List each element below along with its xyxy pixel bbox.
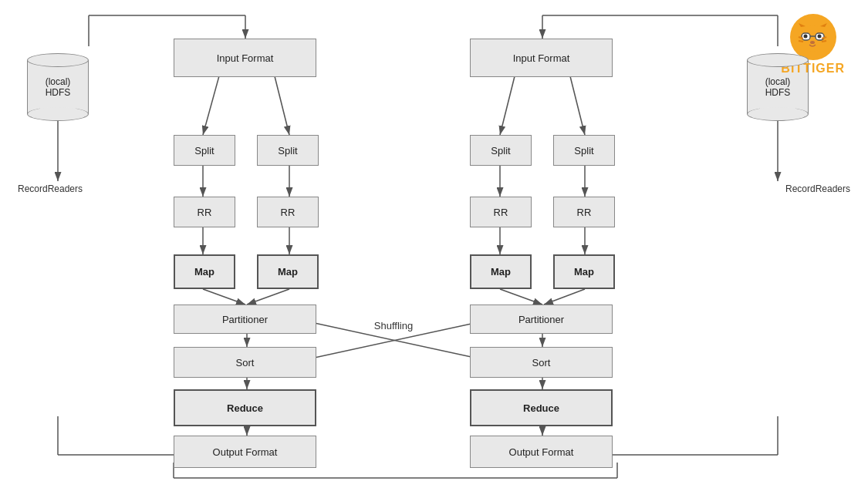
svg-line-33 (544, 289, 585, 305)
right-map1-box: Map (470, 254, 532, 289)
right-hdfs-cylinder: (local)HDFS (747, 46, 809, 128)
svg-point-51 (818, 34, 822, 38)
right-output-format-label: Output Format (509, 446, 574, 458)
left-rr2-box: RR (257, 197, 319, 227)
right-reduce-label: Reduce (523, 402, 559, 414)
right-map2-box: Map (553, 254, 615, 289)
right-map2-label: Map (574, 266, 594, 278)
left-partitioner-label: Partitioner (222, 314, 268, 325)
left-sort-box: Sort (174, 347, 316, 378)
left-map1-box: Map (174, 254, 235, 289)
left-reduce-box: Reduce (174, 389, 316, 426)
left-hdfs-label: (local)HDFS (46, 76, 71, 98)
left-map2-box: Map (257, 254, 319, 289)
svg-line-27 (569, 73, 585, 135)
tiger-svg (795, 20, 830, 55)
right-split1-box: Split (470, 135, 532, 166)
right-sort-box: Sort (470, 347, 613, 378)
right-rr2-box: RR (553, 197, 615, 227)
left-hdfs-bottom (27, 107, 89, 121)
left-split1-label: Split (194, 145, 214, 156)
shuffling-label: Shuffling (355, 320, 432, 331)
right-rr2-label: RR (577, 207, 592, 218)
svg-line-32 (500, 289, 542, 305)
left-split2-label: Split (278, 145, 297, 156)
right-output-format-box: Output Format (470, 436, 613, 468)
svg-line-56 (822, 41, 826, 42)
svg-line-15 (247, 289, 289, 305)
right-reduce-box: Reduce (470, 389, 613, 426)
left-split1-box: Split (174, 135, 235, 166)
tiger-text: TIGER (803, 62, 845, 75)
right-split2-label: Split (574, 145, 593, 156)
right-partitioner-label: Partitioner (518, 314, 564, 325)
right-split2-box: Split (553, 135, 615, 166)
left-map1-label: Map (194, 266, 214, 278)
left-sort-label: Sort (236, 357, 255, 368)
tiger-icon (790, 14, 836, 60)
left-rr1-label: RR (198, 207, 212, 218)
left-output-format-box: Output Format (174, 436, 316, 468)
right-map1-label: Map (491, 266, 511, 278)
right-hdfs-top (747, 53, 809, 67)
flow-arrows (0, 0, 868, 498)
left-map2-label: Map (278, 266, 298, 278)
record-readers-left-label: RecordReaders (15, 183, 85, 194)
diagram-container: (local)HDFS RecordReaders Input Format S… (0, 0, 868, 498)
record-readers-right-label: RecordReaders (783, 183, 853, 194)
svg-line-9 (274, 73, 289, 135)
right-hdfs-label: (local)HDFS (765, 76, 791, 98)
left-split2-box: Split (257, 135, 319, 166)
right-partitioner-box: Partitioner (470, 305, 613, 334)
svg-line-8 (203, 73, 220, 135)
right-split1-label: Split (491, 145, 510, 156)
svg-line-26 (500, 73, 515, 135)
right-input-format-label: Input Format (513, 52, 570, 64)
left-hdfs-top (27, 53, 89, 67)
left-output-format-label: Output Format (213, 446, 278, 458)
left-reduce-label: Reduce (227, 402, 263, 414)
right-hdfs-bottom (747, 107, 809, 121)
svg-line-54 (799, 41, 803, 42)
svg-point-50 (804, 34, 808, 38)
left-input-format-label: Input Format (217, 52, 274, 64)
left-input-format-box: Input Format (174, 39, 316, 77)
left-hdfs-cylinder: (local)HDFS (27, 46, 89, 128)
left-hdfs-body: (local)HDFS (27, 60, 89, 114)
left-partitioner-box: Partitioner (174, 305, 316, 334)
right-rr1-label: RR (494, 207, 508, 218)
left-rr1-box: RR (174, 197, 235, 227)
right-rr1-box: RR (470, 197, 532, 227)
right-input-format-box: Input Format (470, 39, 613, 77)
svg-point-52 (810, 41, 815, 44)
svg-line-14 (203, 289, 245, 305)
left-rr2-label: RR (281, 207, 296, 218)
right-sort-label: Sort (532, 357, 551, 368)
